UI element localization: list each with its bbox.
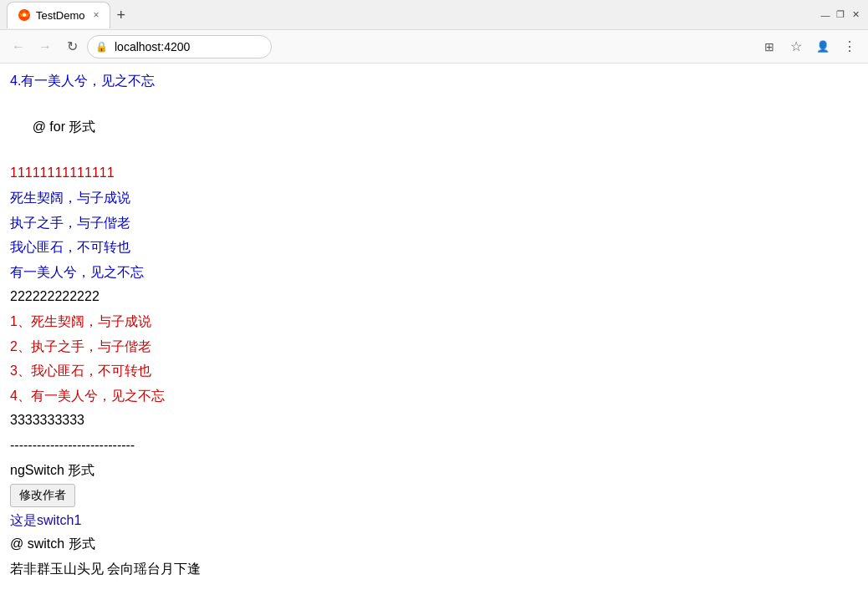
poem-line-4: 有一美人兮，见之不忘 [10,262,855,283]
divider-line: ---------------------------- [10,435,855,456]
star-icon: ☆ [790,38,802,54]
browser-tab[interactable]: TestDemo × [7,2,110,28]
svg-point-1 [23,13,26,17]
poem-line-2: 执子之手，与子偕老 [10,212,855,234]
list-item-1: 1、死生契阔，与子成说 [10,311,855,333]
section-switch-label: @ switch 形式 [10,533,855,555]
refresh-button[interactable]: ↻ [60,35,84,58]
back-button[interactable]: ← [7,35,30,58]
translate-button[interactable]: ⊞ [758,35,781,58]
address-wrapper: 🔒 [87,35,754,58]
menu-icon: ⋮ [843,38,856,54]
section-ng-label: ngSwitch 形式 [10,460,855,481]
modify-author-button[interactable]: 修改作者 [10,484,75,507]
switch1-link[interactable]: 这是switch1 [10,512,855,530]
tab-close-button[interactable]: × [94,9,100,21]
tab-area: TestDemo × + [7,2,819,28]
tab-title: TestDemo [36,9,85,22]
menu-button[interactable]: ⋮ [838,35,861,58]
lock-icon: 🔒 [95,41,108,53]
number-block-2: 222222222222 [10,286,855,308]
poem-line-1: 死生契阔，与子成说 [10,187,855,209]
nav-actions: ⊞ ☆ 👤 ⋮ [758,35,861,58]
last-line: 若非群玉山头见 会向瑶台月下逢 [10,558,855,580]
list-item-3: 3、我心匪石，不可转也 [10,360,855,382]
page-content: 4.有一美人兮，见之不忘 @ for 形式 11111111111111 死生契… [0,64,868,610]
close-button[interactable]: ✕ [850,9,861,21]
forward-button[interactable]: → [33,35,57,58]
address-bar[interactable] [87,35,272,58]
bookmark-button[interactable]: ☆ [784,35,808,58]
window-controls: — ❐ ✕ [819,9,861,21]
new-tab-button[interactable]: + [117,8,126,23]
number-block-1: 11111111111111 [10,162,855,184]
tab-favicon [18,8,31,22]
heading-line1: 4.有一美人兮，见之不忘 [10,70,855,92]
account-button[interactable]: 👤 [811,35,835,58]
translate-icon: ⊞ [764,40,774,53]
nav-bar: ← → ↻ 🔒 ⊞ ☆ 👤 ⋮ [0,30,868,64]
content-inner: 4.有一美人兮，见之不忘 @ for 形式 11111111111111 死生契… [10,70,858,579]
poem-line-3: 我心匪石，不可转也 [10,236,855,258]
minimize-button[interactable]: — [819,9,831,21]
numbered-list: 1、死生契阔，与子成说 2、执子之手，与子偕老 3、我心匪石，不可转也 4、有一… [10,311,855,406]
list-item-4: 4、有一美人兮，见之不忘 [10,385,855,407]
maximize-button[interactable]: ❐ [835,9,846,21]
account-icon: 👤 [816,40,830,53]
section-for-label: @ for 形式 [10,95,855,160]
title-bar: TestDemo × + — ❐ ✕ [0,0,868,30]
number-block-3: 3333333333 [10,409,855,431]
poem-block: 死生契阔，与子成说 执子之手，与子偕老 我心匪石，不可转也 有一美人兮，见之不忘 [10,187,855,282]
list-item-2: 2、执子之手，与子偕老 [10,336,855,358]
